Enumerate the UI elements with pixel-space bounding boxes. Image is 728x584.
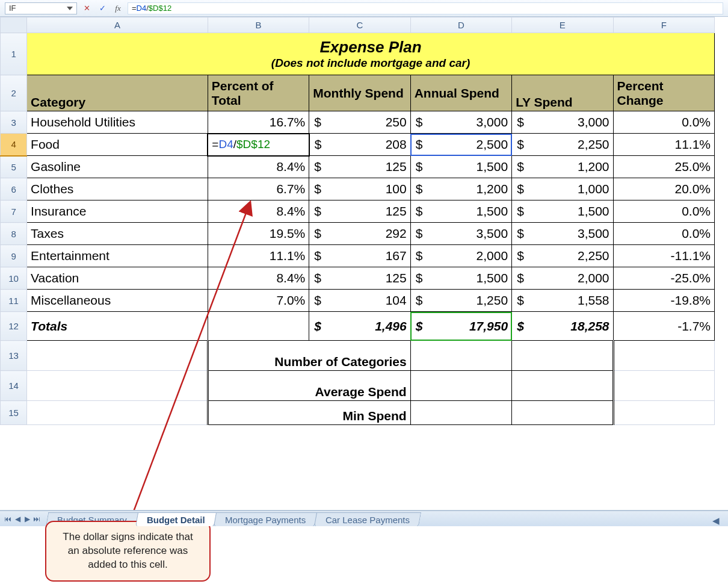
cell-F14[interactable] — [613, 371, 714, 401]
cell-A3[interactable]: Household Utilities — [27, 111, 208, 134]
cell-E6[interactable]: $1,000 — [512, 178, 613, 200]
cell-B4-editing[interactable]: =D4/$D$12 — [208, 134, 309, 156]
cell-C7[interactable]: $125 — [309, 200, 410, 223]
col-header-B[interactable]: B — [208, 17, 309, 33]
row-header-5[interactable]: 5 — [1, 156, 27, 178]
tab-nav-last-icon[interactable]: ⏭ — [32, 515, 41, 523]
cell-E8[interactable]: $3,500 — [512, 223, 613, 245]
cell-E7[interactable]: $1,500 — [512, 200, 613, 223]
cell-A10[interactable]: Vacation — [27, 267, 208, 290]
cell-F12[interactable]: -1.7% — [613, 312, 714, 341]
cell-F10[interactable]: -25.0% — [613, 267, 714, 290]
cell-C3[interactable]: $250 — [309, 111, 410, 134]
label-min[interactable]: Min Spend — [208, 401, 410, 425]
cell-F13[interactable] — [613, 341, 714, 371]
tab-nav-next-icon[interactable]: ▶ — [23, 515, 31, 523]
cell-A7[interactable]: Insurance — [27, 200, 208, 223]
cell-B11[interactable]: 7.0% — [208, 290, 309, 312]
title-cell[interactable]: Expense Plan (Does not include mortgage … — [27, 33, 715, 75]
cell-F6[interactable]: 20.0% — [613, 178, 714, 200]
row-header-14[interactable]: 14 — [1, 371, 27, 401]
tab-nav-prev-icon[interactable]: ◀ — [13, 515, 22, 523]
cell-C10[interactable]: $125 — [309, 267, 410, 290]
tab-nav-first-icon[interactable]: ⏮ — [4, 515, 12, 523]
cell-D14[interactable] — [410, 371, 511, 401]
cell-C6[interactable]: $100 — [309, 178, 410, 200]
row-header-1[interactable]: 1 — [1, 33, 27, 75]
cell-F5[interactable]: 25.0% — [613, 156, 714, 178]
enter-button[interactable]: ✓ — [96, 2, 108, 14]
label-numcat[interactable]: Number of Categories — [208, 341, 410, 371]
tab-budget-detail[interactable]: Budget Detail — [135, 512, 217, 526]
row-header-12[interactable]: 12 — [1, 312, 27, 341]
cell-A4[interactable]: Food — [27, 134, 208, 156]
cell-E10[interactable]: $2,000 — [512, 267, 613, 290]
cell-F15[interactable] — [613, 401, 714, 425]
col-header-F[interactable]: F — [613, 17, 714, 33]
cell-F8[interactable]: 0.0% — [613, 223, 714, 245]
tab-mortgage[interactable]: Mortgage Payments — [213, 512, 316, 526]
cell-D9[interactable]: $2,000 — [410, 245, 511, 267]
cell-D7[interactable]: $1,500 — [410, 200, 511, 223]
hdr-category[interactable]: Category — [27, 75, 208, 111]
row-header-3[interactable]: 3 — [1, 111, 27, 134]
col-header-E[interactable]: E — [512, 17, 613, 33]
row-header-4[interactable]: 4 — [1, 134, 27, 156]
cell-D6[interactable]: $1,200 — [410, 178, 511, 200]
hdr-as[interactable]: Annual Spend — [410, 75, 511, 111]
cell-E5[interactable]: $1,200 — [512, 156, 613, 178]
cell-A13[interactable] — [27, 341, 208, 371]
cell-A8[interactable]: Taxes — [27, 223, 208, 245]
formula-input[interactable]: =D4/$D$12 — [128, 2, 723, 14]
cell-C11[interactable]: $104 — [309, 290, 410, 312]
col-header-C[interactable]: C — [309, 17, 410, 33]
cell-E4[interactable]: $2,250 — [512, 134, 613, 156]
cell-A15[interactable] — [27, 401, 208, 425]
row-header-11[interactable]: 11 — [1, 290, 27, 312]
cell-E13[interactable] — [512, 341, 613, 371]
cell-D5[interactable]: $1,500 — [410, 156, 511, 178]
tab-car-lease[interactable]: Car Lease Payments — [314, 512, 421, 526]
hdr-ly[interactable]: LY Spend — [512, 75, 613, 111]
cell-B8[interactable]: 19.5% — [208, 223, 309, 245]
col-header-A[interactable]: A — [27, 17, 208, 33]
cell-D13[interactable] — [410, 341, 511, 371]
row-header-6[interactable]: 6 — [1, 178, 27, 200]
cell-F4[interactable]: 11.1% — [613, 134, 714, 156]
cell-F11[interactable]: -19.8% — [613, 290, 714, 312]
row-header-15[interactable]: 15 — [1, 401, 27, 425]
cell-C4[interactable]: $208 — [309, 134, 410, 156]
cell-E3[interactable]: $3,000 — [512, 111, 613, 134]
cell-E9[interactable]: $2,250 — [512, 245, 613, 267]
cell-E14[interactable] — [512, 371, 613, 401]
row-header-7[interactable]: 7 — [1, 200, 27, 223]
col-header-D[interactable]: D — [410, 17, 511, 33]
hdr-pc[interactable]: Percent Change — [613, 75, 714, 111]
cell-B10[interactable]: 8.4% — [208, 267, 309, 290]
cell-E11[interactable]: $1,558 — [512, 290, 613, 312]
cell-B6[interactable]: 6.7% — [208, 178, 309, 200]
cell-B12[interactable] — [208, 312, 309, 341]
cell-A12[interactable]: Totals — [27, 312, 208, 341]
cell-F3[interactable]: 0.0% — [613, 111, 714, 134]
cell-A6[interactable]: Clothes — [27, 178, 208, 200]
select-all-corner[interactable] — [1, 17, 27, 33]
cell-A9[interactable]: Entertainment — [27, 245, 208, 267]
cell-F7[interactable]: 0.0% — [613, 200, 714, 223]
cell-C8[interactable]: $292 — [309, 223, 410, 245]
cell-A11[interactable]: Miscellaneous — [27, 290, 208, 312]
cell-E12[interactable]: $18,258 — [512, 312, 613, 341]
hdr-pct[interactable]: Percent of Total — [208, 75, 309, 111]
cell-D3[interactable]: $3,000 — [410, 111, 511, 134]
row-header-2[interactable]: 2 — [1, 75, 27, 111]
label-avg[interactable]: Average Spend — [208, 371, 410, 401]
cell-D4[interactable]: $2,500 — [410, 134, 511, 156]
cell-D11[interactable]: $1,250 — [410, 290, 511, 312]
hscroll-left-icon[interactable]: ◀ — [704, 515, 728, 526]
cancel-button[interactable]: ✕ — [81, 2, 93, 14]
cell-D12[interactable]: $17,950 — [410, 312, 511, 341]
name-box[interactable]: IF — [5, 2, 77, 14]
cell-F9[interactable]: -11.1% — [613, 245, 714, 267]
cell-E15[interactable] — [512, 401, 613, 425]
cell-C5[interactable]: $125 — [309, 156, 410, 178]
